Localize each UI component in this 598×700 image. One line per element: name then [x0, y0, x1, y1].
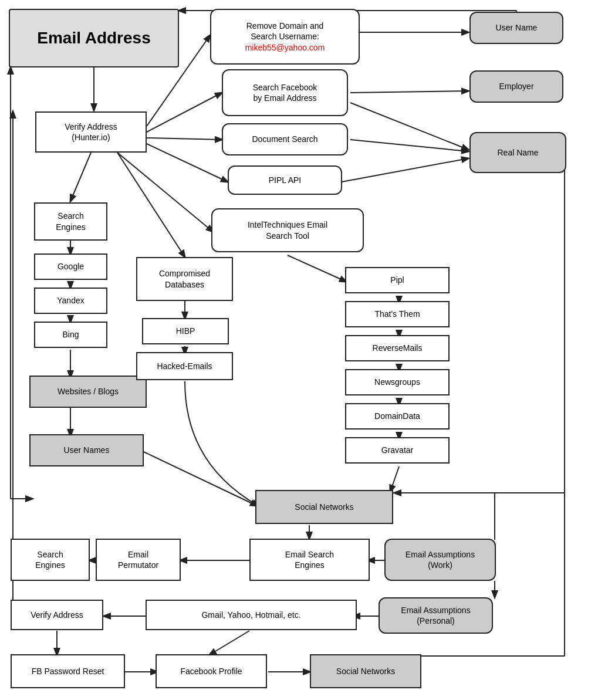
social-networks-node: Social Networks: [255, 490, 393, 524]
bing-node: Bing: [34, 322, 107, 348]
svg-line-47: [210, 631, 249, 655]
user-name-node: User Name: [469, 12, 563, 44]
search-engines-left-node: SearchEngines: [34, 202, 107, 241]
hibp-node: HIBP: [142, 318, 229, 344]
svg-line-6: [147, 138, 222, 140]
remove-domain-node: Remove Domain andSearch Username:mikeb55…: [210, 9, 360, 65]
svg-line-9: [70, 153, 91, 201]
verify-address2-node: Verify Address: [11, 600, 103, 630]
email-assumptions-personal-node: Email Assumptions(Personal): [379, 597, 493, 634]
employer-node: Employer: [469, 70, 563, 103]
reversemails-node: ReverseMails: [345, 335, 450, 361]
verify-address-node: Verify Address(Hunter.io): [35, 111, 147, 153]
svg-line-26: [144, 452, 257, 506]
fb-password-reset-node: FB Password Reset: [11, 654, 125, 688]
svg-line-10: [117, 153, 185, 257]
svg-line-15: [342, 158, 468, 182]
email-search-engines-node: Email SearchEngines: [249, 539, 370, 581]
newsgroups-node: Newsgroups: [345, 369, 450, 395]
thats-them-node: That's Them: [345, 301, 450, 327]
websites-blogs-node: Websites / Blogs: [29, 376, 147, 408]
diagram: Email Address Verify Address(Hunter.io) …: [0, 0, 598, 700]
svg-line-8: [117, 153, 213, 232]
email-address-node: Email Address: [9, 9, 179, 67]
document-search-node: Document Search: [222, 123, 348, 155]
svg-line-20: [288, 255, 346, 282]
domaindata-node: DomainData: [345, 403, 450, 430]
gravatar-node: Gravatar: [345, 437, 450, 464]
hacked-emails-node: Hacked-Emails: [136, 352, 233, 380]
search-engines-bottom-node: SearchEngines: [11, 539, 90, 581]
svg-line-7: [147, 144, 228, 182]
google-node: Google: [34, 253, 107, 280]
pipl-api-node: PIPL API: [228, 165, 342, 195]
facebook-profile-node: Facebook Profile: [156, 654, 267, 688]
svg-line-5: [147, 93, 222, 132]
svg-line-34: [390, 466, 399, 492]
svg-line-14: [350, 140, 468, 151]
real-name-node: Real Name: [469, 132, 566, 173]
social-networks2-node: Social Networks: [310, 654, 421, 688]
svg-line-12: [350, 91, 468, 93]
search-facebook-node: Search Facebookby Email Address: [222, 69, 348, 116]
gmail-yahoo-node: Gmail, Yahoo, Hotmail, etc.: [146, 600, 357, 630]
inteltechniques-node: IntelTechniques EmailSearch Tool: [211, 208, 364, 252]
yandex-node: Yandex: [34, 288, 107, 314]
email-permutator-node: EmailPermutator: [96, 539, 181, 581]
svg-line-13: [350, 103, 468, 150]
compromised-db-node: CompromisedDatabases: [136, 257, 233, 301]
user-names-node: User Names: [29, 434, 144, 466]
email-assumptions-work-node: Email Assumptions(Work): [384, 539, 496, 581]
pipl-list-node: Pipl: [345, 267, 450, 293]
